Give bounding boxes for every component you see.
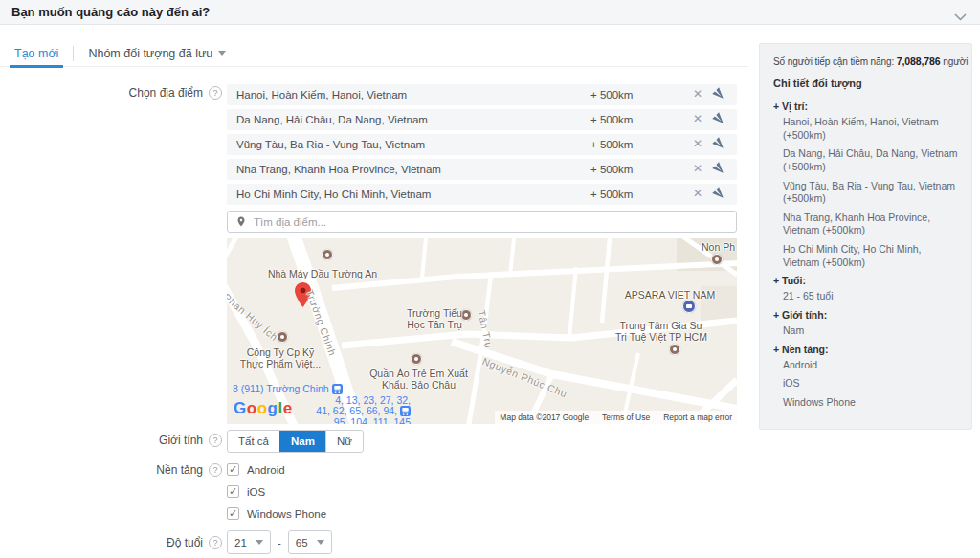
location-search-box — [227, 211, 737, 233]
summary-item: Vũng Tàu, Ba Ria - Vung Tau, Vietnam (+5… — [783, 180, 960, 206]
map-poi-label: Non Ph — [702, 241, 735, 253]
summary-item: Nha Trang, Khanh Hoa Province, Vietnam (… — [783, 212, 960, 237]
location-name: Ho Chi Minh City, Ho Chi Minh, Vietnam — [236, 189, 431, 200]
gender-option-all[interactable]: Tất cả — [228, 431, 279, 452]
age-label: Độ tuổi — [167, 536, 203, 549]
age-range-control: 21 - 65 — [227, 530, 332, 554]
locate-on-map-button[interactable] — [713, 113, 725, 127]
map-pin-icon — [235, 214, 247, 229]
terms-of-use-link[interactable]: Terms of Use — [602, 413, 650, 422]
send-icon — [710, 185, 727, 202]
location-row: Hanoi, Hoàn Kiếm, Hanoi, Vietnam + 500km… — [227, 84, 737, 105]
tab-create-new-label: Tạo mới — [14, 47, 58, 60]
transit-routes-line: 41, 62, 65, 66, 94, — [316, 405, 397, 416]
poi-icon — [669, 344, 680, 355]
location-name: Hanoi, Hoàn Kiếm, Hanoi, Vietnam — [236, 89, 407, 100]
summary-section-platform: + Nền tảng: Android iOS Windows Phone — [773, 344, 960, 410]
caret-down-icon — [317, 540, 324, 545]
selected-locations-list: Hanoi, Hoàn Kiếm, Hanoi, Vietnam + 500km… — [227, 84, 737, 205]
location-name: Vũng Tàu, Ba Ria - Vung Tau, Vietnam — [236, 139, 425, 150]
google-logo[interactable]: Google — [234, 399, 293, 418]
checkbox-checked[interactable]: ✓ — [227, 463, 239, 476]
poi-icon — [322, 249, 333, 260]
checkbox-checked[interactable]: ✓ — [227, 507, 239, 520]
age-label-row: Độ tuổi ? — [0, 536, 222, 549]
summary-item: Hanoi, Hoàn Kiếm, Hanoi, Vietnam (+500km… — [783, 116, 960, 142]
gender-option-male[interactable]: Nam — [279, 431, 325, 452]
age-min-select[interactable]: 21 — [227, 530, 271, 554]
poi-icon — [411, 353, 422, 365]
map-attribution: Map data ©2017 Google Terms of Use Repor… — [495, 411, 737, 424]
summary-section-title: + Nền tảng: — [773, 344, 960, 355]
summary-item: Windows Phone — [783, 396, 960, 410]
page-title: Bạn muốn quảng cáo này đến ai? — [11, 5, 210, 19]
remove-location-button[interactable]: ✕ — [693, 87, 702, 100]
send-icon — [710, 110, 727, 127]
map-poi-label: Trung Tâm Gia Sư Tri Tuệ Việt TP HCM — [613, 320, 709, 344]
platform-checkbox-group: ✓ Android ✓ iOS ✓ Windows Phone — [227, 462, 326, 521]
age-max-select[interactable]: 65 — [288, 530, 332, 554]
remove-location-button[interactable]: ✕ — [693, 112, 702, 125]
help-icon[interactable]: ? — [209, 86, 222, 100]
platform-option-ios: ✓ iOS — [227, 484, 326, 499]
transit-routes-line: 95, 104, 111, 145 — [294, 417, 411, 424]
send-icon — [710, 85, 727, 102]
locate-on-map-button[interactable] — [713, 188, 725, 202]
business-poi-icon — [682, 300, 696, 313]
tab-saved-audience-label: Nhóm đối tượng đã lưu — [88, 47, 212, 60]
section-header: Bạn muốn quảng cáo này đến ai? — [0, 0, 980, 25]
age-min-value: 21 — [234, 537, 247, 548]
radius-selector[interactable]: + 500km — [590, 89, 633, 100]
map-poi-label: Quần Áo Trẻ Em Xuất Khẩu. Bảo Châu — [368, 368, 469, 391]
potential-reach-value: 7,088,786 — [897, 56, 941, 67]
help-icon[interactable]: ? — [209, 434, 222, 447]
audience-tabs: Tạo mới Nhóm đối tượng đã lưu — [0, 40, 748, 67]
summary-item: 21 - 65 tuổi — [783, 290, 960, 303]
remove-location-button[interactable]: ✕ — [693, 162, 702, 175]
map[interactable]: Nhà Máy Dầu Tường An Trường Tiểu Học Tân… — [227, 238, 737, 424]
checkbox-label: Android — [247, 464, 285, 476]
platform-option-windows-phone: ✓ Windows Phone — [227, 506, 326, 521]
locate-on-map-button[interactable] — [713, 163, 725, 177]
platform-label: Nền tảng — [156, 463, 203, 477]
gender-segmented-control: Tất cả Nam Nữ — [227, 430, 364, 453]
map-poi-label: Nhà Máy Dầu Tường An — [267, 268, 378, 279]
radius-selector[interactable]: + 500km — [590, 139, 633, 150]
help-icon[interactable]: ? — [209, 463, 222, 477]
location-name: Da Nang, Hải Châu, Da Nang, Vietnam — [236, 114, 428, 125]
school-poi-icon — [711, 254, 723, 265]
remove-location-button[interactable]: ✕ — [693, 137, 702, 150]
location-name: Nha Trang, Khanh Hoa Province, Vietnam — [236, 164, 441, 175]
checkbox-label: Windows Phone — [247, 508, 326, 520]
remove-location-button[interactable]: ✕ — [693, 187, 702, 200]
tab-saved-audience[interactable]: Nhóm đối tượng đã lưu — [74, 40, 240, 67]
gender-label: Giới tính — [159, 434, 203, 447]
report-map-error-link[interactable]: Report a map error — [663, 413, 732, 422]
locate-on-map-button[interactable] — [713, 138, 725, 152]
gender-option-female[interactable]: Nữ — [325, 431, 363, 452]
location-row: Vũng Tàu, Ba Ria - Vung Tau, Vietnam + 5… — [227, 134, 737, 155]
transit-route-label[interactable]: 8 (911) Trường Chinh — [233, 383, 343, 396]
help-icon[interactable]: ? — [209, 536, 222, 549]
summary-section-age: + Tuổi: 21 - 65 tuổi — [773, 275, 960, 303]
tab-create-new[interactable]: Tạo mới — [0, 40, 73, 67]
summary-item: Android — [783, 359, 960, 372]
summary-item: Da Nang, Hải Châu, Da Nang, Vietnam (+50… — [783, 147, 960, 173]
send-icon — [710, 135, 727, 152]
radius-selector[interactable]: + 500km — [590, 189, 633, 200]
summary-item: Nam — [783, 324, 960, 338]
summary-section-title: + Vị trí: — [773, 100, 960, 112]
search-input[interactable] — [254, 216, 728, 228]
chevron-down-icon[interactable] — [954, 8, 967, 25]
platform-option-android: ✓ Android — [227, 462, 326, 477]
summary-section-gender: + Giới tính: Nam — [773, 309, 960, 338]
radius-selector[interactable]: + 500km — [590, 114, 633, 125]
transit-routes-list[interactable]: 4, 13, 23, 27, 32, 41, 62, 65, 66, 94, 9… — [294, 395, 411, 424]
summary-item: iOS — [783, 377, 960, 391]
checkbox-checked[interactable]: ✓ — [227, 485, 239, 498]
potential-reach-label: Số người tiếp cận tiềm năng: — [773, 56, 894, 67]
summary-item: Ho Chi Minh City, Ho Chi Minh, Vietnam (… — [783, 243, 960, 269]
age-max-value: 65 — [296, 537, 308, 548]
radius-selector[interactable]: + 500km — [590, 164, 633, 175]
locate-on-map-button[interactable] — [713, 88, 725, 102]
